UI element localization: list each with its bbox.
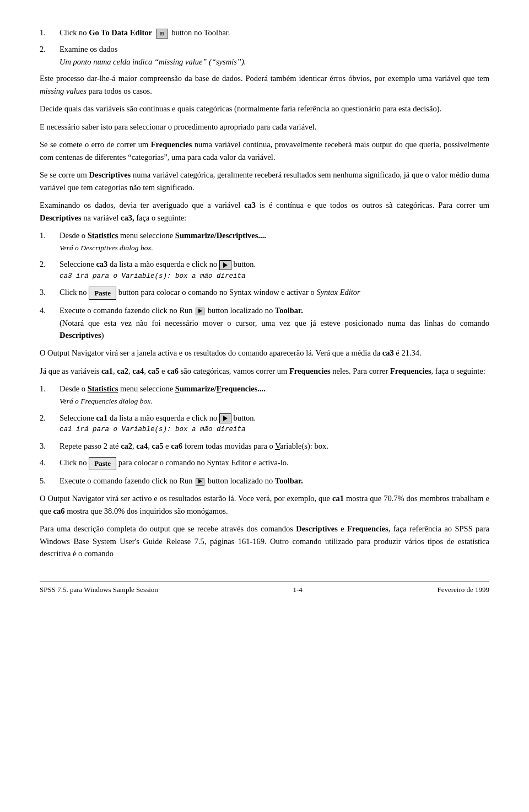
desc-item2-mono: ca3 irá para o Variable(s): box a mão di… xyxy=(60,271,489,282)
desc-item-num-1: 1. xyxy=(40,229,60,254)
item1-bold: Go To Data Editor xyxy=(89,28,152,37)
output-paragraph-2: O Output Navigator virá ser activo e os … xyxy=(40,492,489,517)
freq-item-content-4: Click no Paste para colocar o comando no… xyxy=(60,456,489,470)
run-triangle xyxy=(198,309,202,313)
footer-right: Fevereiro de 1999 xyxy=(437,585,489,594)
freq-item1-italic: Verá o Frequencies dialog box. xyxy=(60,396,489,407)
desc-item-num-3: 3. xyxy=(40,286,60,300)
freq-paragraph-1: Já que as variáveis ca1, ca2, ca4, ca5 e… xyxy=(40,365,489,377)
run-triangle-2 xyxy=(198,479,202,483)
freq-item-3: 3. Repete passo 2 até ca2, ca4, ca5 e ca… xyxy=(40,440,489,452)
desc-item-content-2: Seleccione ca3 da lista a mão esquerda e… xyxy=(60,258,489,282)
run-button-icon-2[interactable] xyxy=(196,478,204,486)
run-button-icon[interactable] xyxy=(196,308,204,315)
paragraph-7: Examinando os dados, devia ter averiguad… xyxy=(40,199,489,224)
paragraph-3: Decide quais das variáveis são contínuas… xyxy=(40,103,489,115)
desc-item1-italic: Verá o Descriptives dialog box. xyxy=(60,243,489,254)
paragraph-5: Se se comete o erro de correr um Frequen… xyxy=(40,138,489,163)
paste-button-2[interactable]: Paste xyxy=(89,457,116,470)
grid-toolbar-icon: ⊞ xyxy=(156,29,168,39)
item2-label: Examine os dados xyxy=(60,45,118,53)
freq-item-content-1: Desde o Statistics menu seleccione Summa… xyxy=(60,383,489,407)
frequencies-list: 1. Desde o Statistics menu seleccione Su… xyxy=(40,383,489,487)
desc-item-4: 4. Execute o comando fazendo click no Ru… xyxy=(40,304,489,341)
freq-item-content-5: Execute o comando fazendo click no Run b… xyxy=(60,475,489,487)
freq-item-num-5: 5. xyxy=(40,475,60,487)
desc-item-content-1: Desde o Statistics menu seleccione Summa… xyxy=(60,229,489,254)
freq-item-num-4: 4. xyxy=(40,456,60,470)
freq-item-content-2: Seleccione ca1 da lista a mão esquerda e… xyxy=(60,412,489,435)
freq-item-4: 4. Click no Paste para colocar o comando… xyxy=(40,456,489,470)
item-content-2: Examine os dados Um ponto numa celda ind… xyxy=(60,43,489,68)
descriptives-list: 1. Desde o Statistics menu seleccione Su… xyxy=(40,229,489,341)
desc-item-1: 1. Desde o Statistics menu seleccione Su… xyxy=(40,229,489,254)
item-number-2: 2. xyxy=(40,43,60,68)
desc-item-content-4: Execute o comando fazendo click no Run b… xyxy=(60,304,489,341)
play-triangle-2 xyxy=(223,416,228,421)
play-button-icon-2[interactable] xyxy=(219,413,231,423)
syntax-editor-label: Syntax Editor xyxy=(316,288,360,297)
freq-item2-mono: ca1 irá para o Variable(s): box a mão di… xyxy=(60,424,489,435)
desc-item-num-4: 4. xyxy=(40,304,60,341)
footer-center: 1-4 xyxy=(293,585,302,594)
desc-item-num-2: 2. xyxy=(40,258,60,282)
freq-item-1: 1. Desde o Statistics menu seleccione Su… xyxy=(40,383,489,407)
item-content-1: Click no Go To Data Editor ⊞ button no T… xyxy=(60,26,489,39)
desc-item-2: 2. Seleccione ca3 da lista a mão esquerd… xyxy=(40,258,489,282)
list-item-1: 1. Click no Go To Data Editor ⊞ button n… xyxy=(40,26,489,39)
paragraph-1: Este processo dar-lhe-á maior compreensã… xyxy=(40,72,489,97)
statistics-label: Statistics xyxy=(88,231,118,240)
paragraph-6: Se se corre um Descriptives numa variáve… xyxy=(40,169,489,193)
freq-item-content-3: Repete passo 2 até ca2, ca4, ca5 e ca6 f… xyxy=(60,440,489,452)
freq-item-5: 5. Execute o comando fazendo click no Ru… xyxy=(40,475,489,487)
item1-suffix: button no Toolbar. xyxy=(171,28,230,37)
final-paragraph: Para uma descrição completa do output qu… xyxy=(40,523,489,560)
page: 1. Click no Go To Data Editor ⊞ button n… xyxy=(0,0,529,610)
freq-item-num-1: 1. xyxy=(40,383,60,407)
play-triangle xyxy=(223,262,228,268)
list-item-2: 2. Examine os dados Um ponto numa celda … xyxy=(40,43,489,68)
freq-item-num-2: 2. xyxy=(40,412,60,435)
page-footer: SPSS 7.5. para Windows Sample Session 1-… xyxy=(40,582,489,594)
paragraph-4: E necessário saber isto para seleccionar… xyxy=(40,121,489,133)
item1-prefix: Click no xyxy=(60,28,89,37)
freq-item-num-3: 3. xyxy=(40,440,60,452)
freq-item-2: 2. Seleccione ca1 da lista a mão esquerd… xyxy=(40,412,489,435)
footer-left: SPSS 7.5. para Windows Sample Session xyxy=(40,585,158,594)
paste-button[interactable]: Paste xyxy=(89,287,116,300)
item-number-1: 1. xyxy=(40,26,60,39)
desc-item-content-3: Click no Paste button para colocar o com… xyxy=(60,286,489,300)
item2-italic: Um ponto numa celda indica “missing valu… xyxy=(60,57,246,66)
output-paragraph-1: O Output Navigator virá ser a janela act… xyxy=(40,347,489,359)
desc-item-3: 3. Click no Paste button para colocar o … xyxy=(40,286,489,300)
play-button-icon[interactable] xyxy=(219,260,231,270)
